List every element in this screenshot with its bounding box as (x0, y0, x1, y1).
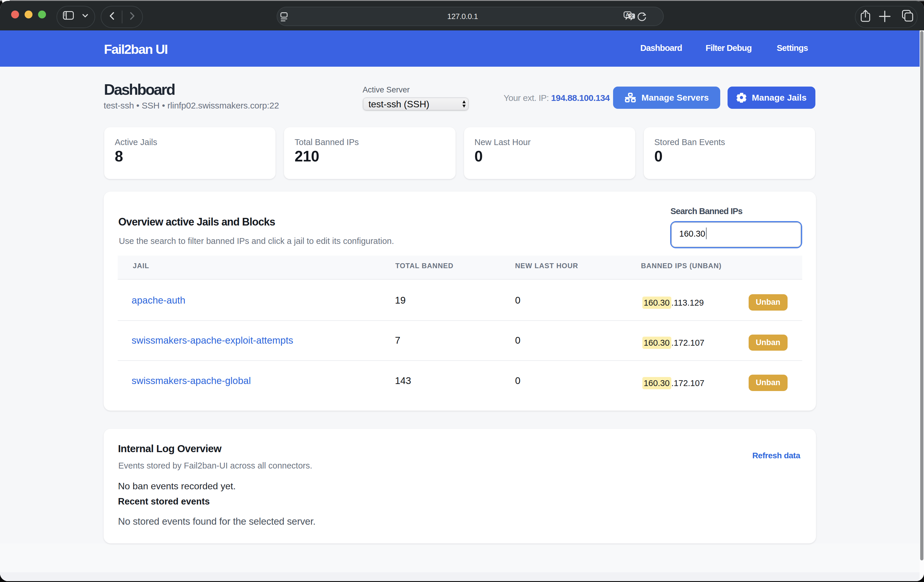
svg-text:文: 文 (629, 14, 634, 19)
